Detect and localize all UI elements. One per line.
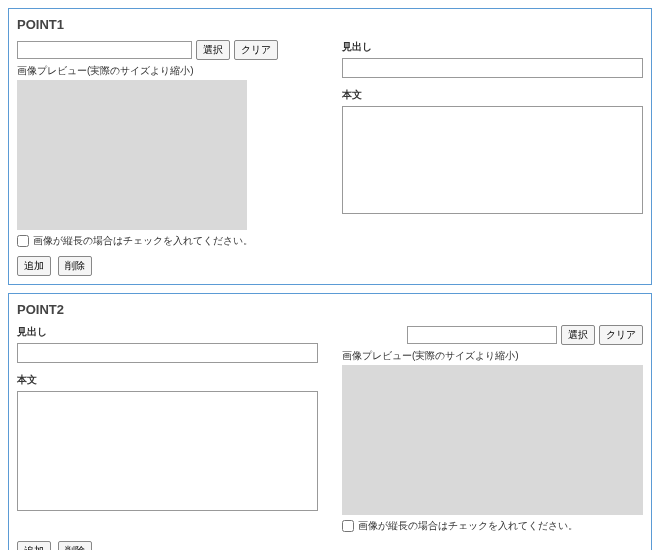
point2-select-button[interactable]: 選択 (561, 325, 595, 345)
point2-body-textarea[interactable] (17, 391, 318, 511)
point1-portrait-label: 画像が縦長の場合はチェックを入れてください。 (33, 234, 253, 248)
point2-panel: POINT2 見出し 本文 選択 クリア 画像プレビュー(実際のサイズより縮小)… (8, 293, 652, 550)
point1-body-textarea[interactable] (342, 106, 643, 214)
point1-columns: 選択 クリア 画像プレビュー(実際のサイズより縮小) 画像が縦長の場合はチェック… (17, 40, 643, 248)
point1-portrait-checkbox[interactable] (17, 235, 29, 247)
point1-heading-input[interactable] (342, 58, 643, 78)
point2-portrait-label: 画像が縦長の場合はチェックを入れてください。 (358, 519, 578, 533)
point2-text-col: 見出し 本文 (17, 325, 318, 533)
point1-portrait-row[interactable]: 画像が縦長の場合はチェックを入れてください。 (17, 234, 318, 248)
point1-preview (17, 80, 247, 230)
point2-file-row: 選択 クリア (342, 325, 643, 345)
point1-clear-button[interactable]: クリア (234, 40, 278, 60)
point1-preview-label: 画像プレビュー(実際のサイズより縮小) (17, 64, 318, 78)
point1-file-row: 選択 クリア (17, 40, 318, 60)
point2-heading-label: 見出し (17, 325, 318, 339)
point1-add-button[interactable]: 追加 (17, 256, 51, 276)
point1-select-button[interactable]: 選択 (196, 40, 230, 60)
point2-portrait-row[interactable]: 画像が縦長の場合はチェックを入れてください。 (342, 519, 643, 533)
point2-body-label: 本文 (17, 373, 318, 387)
point1-heading-label: 見出し (342, 40, 643, 54)
point2-preview-label: 画像プレビュー(実際のサイズより縮小) (342, 349, 643, 363)
point1-remove-button[interactable]: 削除 (58, 256, 92, 276)
point2-path-input[interactable] (407, 326, 557, 344)
point1-path-input[interactable] (17, 41, 192, 59)
point2-portrait-checkbox[interactable] (342, 520, 354, 532)
point1-panel: POINT1 選択 クリア 画像プレビュー(実際のサイズより縮小) 画像が縦長の… (8, 8, 652, 285)
point1-body-label: 本文 (342, 88, 643, 102)
point2-title: POINT2 (17, 302, 643, 317)
point2-clear-button[interactable]: クリア (599, 325, 643, 345)
point2-preview (342, 365, 643, 515)
point2-add-button[interactable]: 追加 (17, 541, 51, 550)
point2-remove-button[interactable]: 削除 (58, 541, 92, 550)
point1-text-col: 見出し 本文 (342, 40, 643, 248)
point2-image-col: 選択 クリア 画像プレビュー(実際のサイズより縮小) 画像が縦長の場合はチェック… (342, 325, 643, 533)
point2-bottom-buttons: 追加 削除 (17, 541, 643, 550)
point1-image-col: 選択 クリア 画像プレビュー(実際のサイズより縮小) 画像が縦長の場合はチェック… (17, 40, 318, 248)
point2-columns: 見出し 本文 選択 クリア 画像プレビュー(実際のサイズより縮小) 画像が縦長の… (17, 325, 643, 533)
point1-title: POINT1 (17, 17, 643, 32)
point1-bottom-buttons: 追加 削除 (17, 256, 643, 276)
point2-heading-input[interactable] (17, 343, 318, 363)
